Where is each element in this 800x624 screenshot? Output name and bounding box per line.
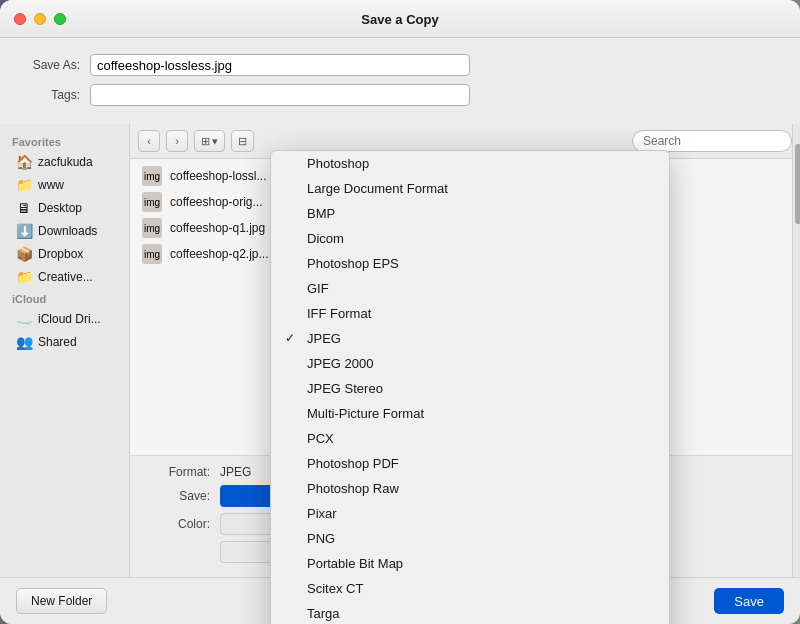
dropdown-label-iff: IFF Format bbox=[307, 306, 371, 321]
file-name-3: coffeeshop-q2.jp... bbox=[170, 247, 269, 261]
dropdown-label-jpeg-stereo: JPEG Stereo bbox=[307, 381, 383, 396]
save-as-input[interactable] bbox=[90, 54, 470, 76]
dropdown-label-large-doc: Large Document Format bbox=[307, 181, 448, 196]
dropdown-label-dicom: Dicom bbox=[307, 231, 344, 246]
format-value: JPEG bbox=[220, 465, 251, 479]
options-icon: ⊟ bbox=[238, 135, 247, 148]
folder-icon-www: 📁 bbox=[16, 177, 32, 193]
file-icon-2: img bbox=[142, 218, 162, 238]
dropdown-label-png: PNG bbox=[307, 531, 335, 546]
search-input[interactable] bbox=[632, 130, 792, 152]
icloud-section-label: iCloud bbox=[0, 289, 129, 307]
color-label: Color: bbox=[150, 517, 220, 531]
file-icon-0: img bbox=[142, 166, 162, 186]
forward-icon: › bbox=[175, 135, 179, 147]
options-button[interactable]: ⊟ bbox=[231, 130, 254, 152]
dropdown-item-iff[interactable]: IFF Format bbox=[271, 301, 669, 326]
dropdown-item-pixar[interactable]: Pixar bbox=[271, 501, 669, 526]
dropdown-label-pcx: PCX bbox=[307, 431, 334, 446]
sidebar-item-dropbox[interactable]: 📦 Dropbox bbox=[4, 243, 125, 265]
dropdown-item-scitex-ct[interactable]: Scitex CT bbox=[271, 576, 669, 601]
dropdown-item-targa[interactable]: Targa bbox=[271, 601, 669, 624]
dropdown-item-large-doc[interactable]: Large Document Format bbox=[271, 176, 669, 201]
shared-icon: 👥 bbox=[16, 334, 32, 350]
sidebar-item-label-icloud: iCloud Dri... bbox=[38, 312, 101, 326]
sidebar-item-desktop[interactable]: 🖥 Desktop bbox=[4, 197, 125, 219]
dropdown-item-photoshop-raw[interactable]: Photoshop Raw bbox=[271, 476, 669, 501]
tags-label: Tags: bbox=[20, 88, 90, 102]
sidebar-item-label-desktop: Desktop bbox=[38, 201, 82, 215]
dropdown-item-photoshop-pdf[interactable]: Photoshop PDF bbox=[271, 451, 669, 476]
chevron-down-icon: ▾ bbox=[212, 135, 218, 148]
sidebar-item-shared[interactable]: 👥 Shared bbox=[4, 331, 125, 353]
save-as-row: Save As: bbox=[20, 54, 780, 76]
file-name-0: coffeeshop-lossl... bbox=[170, 169, 267, 183]
dropdown-item-pcx[interactable]: PCX bbox=[271, 426, 669, 451]
title-bar: Save a Copy bbox=[0, 0, 800, 38]
dropdown-item-bmp[interactable]: BMP bbox=[271, 201, 669, 226]
folder-icon-creative: 📁 bbox=[16, 269, 32, 285]
dropdown-label-photoshop-eps: Photoshop EPS bbox=[307, 256, 399, 271]
maximize-button[interactable] bbox=[54, 13, 66, 25]
window-controls bbox=[14, 13, 66, 25]
favorites-section-label: Favorites bbox=[0, 132, 129, 150]
icloud-icon: ☁️ bbox=[16, 311, 32, 327]
dropdown-item-photoshop-eps[interactable]: Photoshop EPS bbox=[271, 251, 669, 276]
dropdown-label-photoshop-pdf: Photoshop PDF bbox=[307, 456, 399, 471]
dropdown-label-jpeg: JPEG bbox=[307, 331, 341, 346]
dropbox-icon: 📦 bbox=[16, 246, 32, 262]
scrollbar-thumb[interactable] bbox=[795, 144, 801, 224]
view-toggle-button[interactable]: ⊞ ▾ bbox=[194, 130, 225, 152]
dropdown-item-jpeg[interactable]: JPEG bbox=[271, 326, 669, 351]
dropdown-item-gif[interactable]: GIF bbox=[271, 276, 669, 301]
minimize-button[interactable] bbox=[34, 13, 46, 25]
sidebar: Favorites 🏠 zacfukuda 📁 www 🖥 Desktop ⬇️… bbox=[0, 124, 130, 577]
file-name-2: coffeeshop-q1.jpg bbox=[170, 221, 265, 235]
sidebar-item-label-dropbox: Dropbox bbox=[38, 247, 83, 261]
dropdown-label-scitex-ct: Scitex CT bbox=[307, 581, 363, 596]
sidebar-item-label-www: www bbox=[38, 178, 64, 192]
dropdown-label-photoshop: Photoshop bbox=[307, 156, 369, 171]
downloads-icon: ⬇️ bbox=[16, 223, 32, 239]
close-button[interactable] bbox=[14, 13, 26, 25]
dropdown-label-photoshop-raw: Photoshop Raw bbox=[307, 481, 399, 496]
window-title: Save a Copy bbox=[361, 12, 438, 27]
dropdown-item-photoshop[interactable]: Photoshop bbox=[271, 151, 669, 176]
dropdown-item-multi-picture[interactable]: Multi-Picture Format bbox=[271, 401, 669, 426]
sidebar-item-creative[interactable]: 📁 Creative... bbox=[4, 266, 125, 288]
format-dropdown[interactable]: Photoshop Large Document Format BMP Dico… bbox=[270, 150, 670, 624]
sidebar-item-icloud-drive[interactable]: ☁️ iCloud Dri... bbox=[4, 308, 125, 330]
sidebar-item-label-zacfukuda: zacfukuda bbox=[38, 155, 93, 169]
sidebar-item-label-shared: Shared bbox=[38, 335, 77, 349]
save-button[interactable]: Save bbox=[714, 588, 784, 614]
format-label: Format: bbox=[150, 465, 220, 479]
dropdown-item-jpeg-stereo[interactable]: JPEG Stereo bbox=[271, 376, 669, 401]
tags-input[interactable] bbox=[90, 84, 470, 106]
back-icon: ‹ bbox=[147, 135, 151, 147]
sidebar-item-www[interactable]: 📁 www bbox=[4, 174, 125, 196]
dropdown-label-targa: Targa bbox=[307, 606, 340, 621]
save-as-label: Save As: bbox=[20, 58, 90, 72]
file-name-1: coffeeshop-orig... bbox=[170, 195, 263, 209]
file-icon-3: img bbox=[142, 244, 162, 264]
desktop-icon: 🖥 bbox=[16, 200, 32, 216]
sidebar-item-label-creative: Creative... bbox=[38, 270, 93, 284]
file-icon-1: img bbox=[142, 192, 162, 212]
forward-button[interactable]: › bbox=[166, 130, 188, 152]
back-button[interactable]: ‹ bbox=[138, 130, 160, 152]
sidebar-item-zacfukuda[interactable]: 🏠 zacfukuda bbox=[4, 151, 125, 173]
dropdown-label-pixar: Pixar bbox=[307, 506, 337, 521]
sidebar-item-downloads[interactable]: ⬇️ Downloads bbox=[4, 220, 125, 242]
dropdown-label-multi-picture: Multi-Picture Format bbox=[307, 406, 424, 421]
dropdown-label-bmp: BMP bbox=[307, 206, 335, 221]
grid-icon: ⊞ bbox=[201, 135, 210, 148]
scrollbar-track[interactable] bbox=[792, 124, 800, 577]
dropdown-item-dicom[interactable]: Dicom bbox=[271, 226, 669, 251]
dropdown-item-png[interactable]: PNG bbox=[271, 526, 669, 551]
new-folder-button[interactable]: New Folder bbox=[16, 588, 107, 614]
form-area: Save As: Tags: bbox=[0, 38, 800, 124]
dropdown-label-portable-bitmap: Portable Bit Map bbox=[307, 556, 403, 571]
dropdown-item-jpeg-2000[interactable]: JPEG 2000 bbox=[271, 351, 669, 376]
dropdown-item-portable-bitmap[interactable]: Portable Bit Map bbox=[271, 551, 669, 576]
home-icon: 🏠 bbox=[16, 154, 32, 170]
